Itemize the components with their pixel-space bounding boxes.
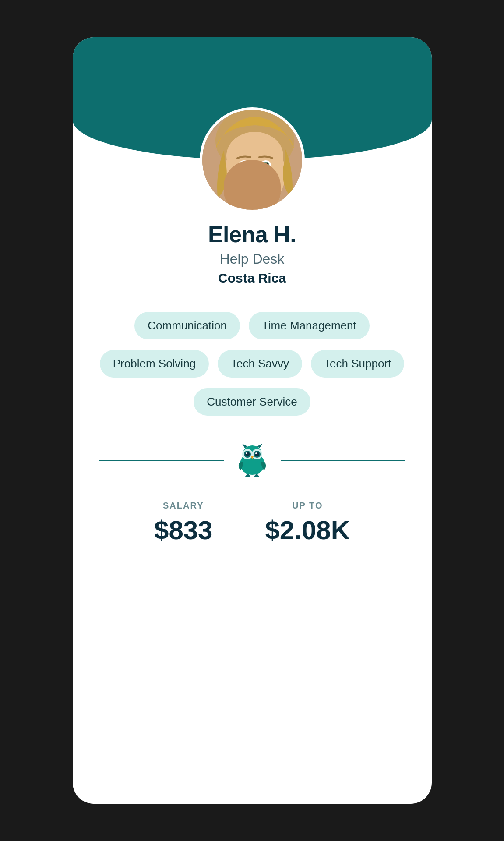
divider-section [73,442,432,479]
svg-point-4 [239,160,249,169]
profile-title: Help Desk [220,251,285,267]
salary-upto-value: $2.08K [265,515,350,545]
salary-upto-label: UP TO [292,501,323,511]
svg-rect-10 [246,202,264,210]
skill-tech-support: Tech Support [311,350,404,378]
svg-point-3 [226,132,283,180]
salary-upto: UP TO $2.08K [265,501,350,545]
svg-point-20 [255,452,257,454]
svg-point-19 [255,452,259,456]
svg-point-8 [243,163,247,167]
skills-row-2: Problem Solving Tech Savvy Tech Support [100,350,404,378]
skill-customer-service: Customer Service [194,388,310,416]
svg-point-5 [261,160,271,169]
svg-point-16 [245,452,250,456]
profile-info: Elena H. Help Desk Costa Rica [208,221,296,286]
svg-point-6 [241,162,247,169]
skill-time-management: Time Management [249,312,370,339]
card-header [73,37,432,160]
svg-point-17 [246,452,247,454]
salary-current: SALARY $833 [154,501,212,545]
salary-current-value: $833 [154,515,212,545]
profile-location: Costa Rica [218,271,286,286]
skill-problem-solving: Problem Solving [100,350,209,378]
skill-tech-savvy: Tech Savvy [218,350,302,378]
avatar [202,110,302,210]
profile-name: Elena H. [208,221,296,247]
owl-icon [224,442,281,479]
skills-row-3: Customer Service [194,388,310,416]
salary-current-label: SALARY [163,501,204,511]
avatar-wrapper [200,107,305,212]
profile-card: Elena H. Help Desk Costa Rica Communicat… [73,37,432,804]
svg-point-9 [265,163,268,167]
skill-communication: Communication [134,312,240,339]
skills-section: Communication Time Management Problem So… [73,312,432,416]
salary-section: SALARY $833 UP TO $2.08K [73,501,432,545]
skills-row-1: Communication Time Management [134,312,369,339]
